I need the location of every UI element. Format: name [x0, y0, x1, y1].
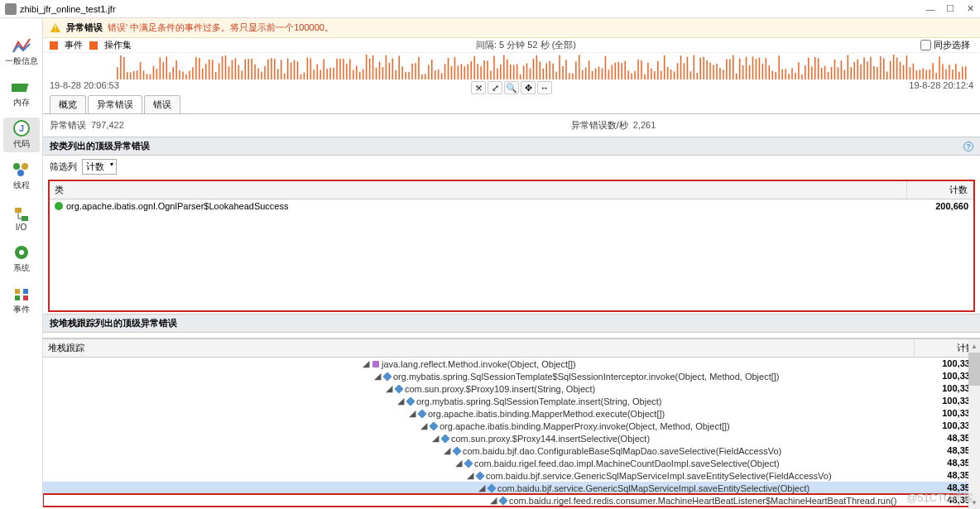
maximize-button[interactable]: ☐ [945, 4, 955, 14]
stat1-label: 异常错误 [50, 120, 86, 130]
scroll-down[interactable]: ▼ [968, 496, 980, 509]
tool-zoom-all[interactable]: ⤢ [488, 81, 502, 94]
sidebar-item-io[interactable]: I/O [3, 200, 40, 235]
col-trace[interactable]: 堆栈跟踪 [43, 339, 914, 357]
tool-zoom-out[interactable]: ⤧ [471, 81, 486, 94]
stack-row[interactable]: ◢ org.apache.ibatis.binding.MapperMethod… [43, 407, 980, 420]
svg-rect-206 [749, 65, 751, 79]
exception-table: 类 计数 org.apache.ibatis.ognl.OgnlParser$L… [48, 180, 975, 312]
svg-rect-107 [425, 74, 426, 79]
svg-rect-86 [356, 65, 358, 79]
svg-rect-159 [595, 69, 597, 79]
tree-toggle-icon[interactable]: ◢ [467, 470, 475, 481]
timeline-chart[interactable] [50, 53, 973, 79]
svg-rect-240 [860, 65, 862, 79]
svg-rect-214 [775, 72, 776, 79]
svg-rect-11 [23, 295, 28, 300]
tool-select[interactable]: ✥ [521, 81, 536, 94]
tree-toggle-icon[interactable]: ◢ [420, 420, 429, 431]
scrollbar[interactable]: ▲ ▼ [968, 339, 980, 509]
tree-toggle-icon[interactable]: ◢ [386, 383, 394, 394]
stack-row[interactable]: ◢ com.baidu.rigel.feed.dao.impl.MachineC… [43, 457, 980, 469]
svg-rect-92 [376, 68, 377, 79]
stack-row[interactable]: ◢ com.baidu.bjf.service.GenericSqlMapSer… [43, 469, 980, 482]
sidebar-item-threads[interactable]: 线程 [3, 159, 40, 194]
svg-rect-168 [624, 61, 626, 79]
tree-toggle-icon[interactable]: ◢ [363, 358, 371, 369]
stack-row[interactable]: ◢ com.baidu.bjf.dao.ConfigurableBaseSqlM… [43, 444, 980, 457]
svg-rect-57 [261, 72, 262, 79]
svg-rect-133 [510, 65, 512, 79]
svg-rect-153 [575, 61, 577, 79]
sidebar-item-general[interactable]: 一般信息 [3, 35, 40, 70]
stack-row[interactable]: ◢ org.apache.ibatis.binding.MapperProxy.… [43, 420, 980, 432]
svg-rect-250 [893, 55, 895, 79]
svg-rect-44 [219, 63, 220, 79]
stack-row[interactable]: ◢ com.baidu.rigel.feed.redis.consumer.Ma… [43, 494, 980, 507]
svg-rect-120 [468, 64, 469, 79]
svg-rect-219 [791, 68, 793, 79]
minimize-button[interactable]: — [925, 4, 935, 14]
close-button[interactable]: ✕ [965, 4, 975, 14]
svg-rect-51 [242, 70, 243, 79]
stack-row[interactable]: ◢ com.sun.proxy.$Proxy109.insert(String,… [43, 382, 980, 395]
svg-rect-129 [497, 69, 498, 79]
svg-rect-46 [225, 55, 227, 79]
method-text: com.baidu.bjf.service.GenericSqlMapServi… [497, 483, 809, 493]
svg-rect-218 [788, 74, 790, 79]
stack-row[interactable]: ◢ java.lang.reflect.Method.invoke(Object… [43, 358, 980, 370]
svg-rect-73 [314, 70, 315, 79]
table-row[interactable]: org.apache.ibatis.ognl.OgnlParser$Lookah… [50, 199, 973, 213]
tree-toggle-icon[interactable]: ◢ [478, 483, 487, 493]
sync-checkbox[interactable] [920, 40, 931, 50]
stack-row[interactable]: ◢ org.mybatis.spring.SqlSessionTemplate.… [43, 395, 980, 407]
col-count[interactable]: 计数 [907, 181, 973, 199]
svg-rect-265 [942, 64, 944, 79]
tree-toggle-icon[interactable]: ◢ [455, 458, 464, 468]
col-class[interactable]: 类 [50, 181, 907, 199]
method-icon [382, 372, 392, 381]
row-count: 100,330 [909, 371, 975, 382]
tree-toggle-icon[interactable]: ◢ [374, 371, 382, 382]
svg-rect-195 [713, 65, 714, 79]
event-color-icon [50, 41, 58, 50]
stack-row[interactable]: ◢ com.sun.proxy.$Proxy144.insertSelectiv… [43, 432, 980, 444]
tab-overview[interactable]: 概览 [50, 95, 86, 113]
svg-text:!: ! [54, 23, 56, 33]
tree-toggle-icon[interactable]: ◢ [490, 495, 498, 506]
svg-rect-59 [267, 60, 269, 79]
tree-toggle-icon[interactable]: ◢ [432, 433, 440, 444]
help-icon[interactable]: ? [963, 142, 973, 151]
code-icon: J [12, 120, 31, 137]
svg-rect-164 [612, 65, 613, 79]
filter-select[interactable]: 计数 [82, 159, 117, 175]
svg-rect-112 [441, 73, 443, 79]
sidebar-item-events[interactable]: 事件 [3, 283, 40, 318]
tab-errors[interactable]: 错误 [144, 95, 180, 113]
method-icon [498, 496, 507, 505]
scroll-up[interactable]: ▲ [968, 339, 980, 353]
scroll-thumb[interactable] [968, 353, 980, 386]
svg-rect-67 [294, 60, 295, 79]
svg-rect-177 [654, 71, 656, 79]
row-count: 48,350 [909, 445, 975, 456]
svg-rect-140 [533, 59, 535, 79]
svg-rect-152 [572, 74, 574, 79]
sidebar-item-code[interactable]: J 代码 [3, 118, 40, 152]
tool-zoom-in[interactable]: 🔍 [504, 81, 519, 94]
svg-rect-125 [483, 60, 485, 79]
sidebar-item-memory[interactable]: 内存 [3, 76, 40, 111]
tree-toggle-icon[interactable]: ◢ [397, 396, 406, 406]
svg-rect-264 [939, 56, 940, 79]
tab-exceptions[interactable]: 异常错误 [88, 95, 142, 113]
svg-rect-77 [326, 69, 328, 79]
svg-rect-145 [549, 61, 550, 79]
tree-toggle-icon[interactable]: ◢ [444, 445, 452, 456]
sidebar-item-system[interactable]: 系统 [3, 242, 40, 276]
stack-row[interactable]: ◢ com.baidu.bjf.service.GenericSqlMapSer… [43, 482, 980, 494]
tool-resize[interactable]: ↔ [537, 81, 552, 94]
svg-rect-114 [448, 58, 449, 79]
svg-rect-29 [169, 72, 171, 79]
tree-toggle-icon[interactable]: ◢ [409, 408, 417, 419]
stack-row[interactable]: ◢ org.mybatis.spring.SqlSessionTemplate$… [43, 370, 980, 382]
